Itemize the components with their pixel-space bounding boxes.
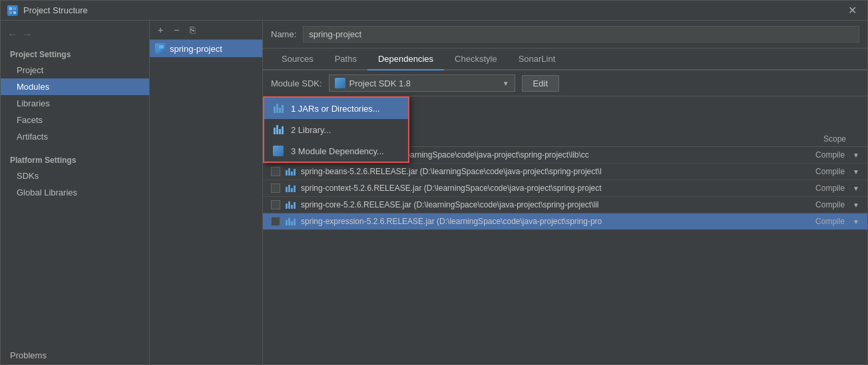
sidebar-item-artifacts[interactable]: Artifacts	[1, 128, 149, 145]
svg-rect-3	[13, 11, 16, 14]
dep-checkbox-1[interactable]	[271, 167, 280, 176]
jar-icon-4	[286, 218, 296, 225]
dep-scope-arrow-0[interactable]: ▼	[853, 152, 859, 159]
tab-dependencies[interactable]: Dependencies	[367, 49, 444, 70]
project-structure-window: Project Structure ✕ ← → Project Settings…	[0, 0, 868, 365]
module-toolbar: + − ⎘	[150, 21, 262, 40]
dep-checkbox-3[interactable]	[271, 200, 280, 209]
svg-rect-2	[9, 11, 12, 14]
dep-table: Scope commons-logging-1.1.jar (D:\learni…	[263, 132, 867, 364]
table-row: spring-core-5.2.6.RELEASE.jar (D:\learni…	[263, 197, 867, 213]
add-jars-label: 1 JARs or Directories...	[291, 104, 380, 114]
dep-scope-1: Compile	[815, 167, 847, 176]
right-panel: Name: Sources Paths Dependencies Checkst…	[263, 21, 867, 364]
project-settings-label: Project Settings	[1, 46, 149, 62]
tab-paths[interactable]: Paths	[324, 49, 367, 70]
name-row: Name:	[263, 21, 867, 49]
sidebar-item-sdks[interactable]: SDKs	[1, 168, 149, 184]
dep-name-4: spring-expression-5.2.6.RELEASE.jar (D:\…	[301, 217, 810, 226]
forward-button[interactable]: →	[22, 29, 33, 41]
dep-scope-0: Compile	[815, 150, 847, 160]
table-row: spring-expression-5.2.6.RELEASE.jar (D:\…	[263, 213, 867, 230]
name-label: Name:	[271, 29, 296, 39]
sdk-value: Project SDK 1.8	[349, 78, 411, 88]
nav-buttons: ← →	[1, 26, 149, 46]
sidebar-item-modules[interactable]: Modules	[1, 78, 149, 95]
table-row: spring-context-5.2.6.RELEASE.jar (D:\lea…	[263, 180, 867, 197]
module-panel: + − ⎘ spring-project	[150, 21, 263, 364]
table-row: spring-beans-5.2.6.RELEASE.jar (D:\learn…	[263, 164, 867, 180]
sdk-label: Module SDK:	[271, 78, 322, 88]
dep-scope-3: Compile	[815, 200, 847, 209]
sidebar-item-problems[interactable]: Problems	[1, 346, 149, 364]
add-library-label: 2 Library...	[291, 125, 331, 135]
tab-checkstyle[interactable]: Checkstyle	[444, 49, 508, 70]
title-bar-left: Project Structure	[7, 5, 88, 16]
sdk-row: Module SDK: Project SDK 1.8 ▼ Edit	[263, 70, 867, 96]
edit-sdk-button[interactable]: Edit	[522, 75, 559, 92]
dep-scope-arrow-4[interactable]: ▼	[853, 218, 859, 225]
dep-checkbox-4[interactable]	[271, 217, 280, 226]
library-icon	[272, 124, 284, 136]
dep-scope-4: Compile	[815, 217, 847, 226]
add-module-dep-label: 3 Module Dependency...	[291, 146, 384, 156]
module-name: spring-project	[170, 44, 222, 54]
dep-toolbar-container: + − ▲ ▼ ✎	[263, 96, 867, 132]
dropdown-area: 1 JARs or Directories...	[263, 119, 867, 132]
dep-name-2: spring-context-5.2.6.RELEASE.jar (D:\lea…	[301, 183, 810, 193]
sidebar: ← → Project Settings Project Modules Lib…	[1, 21, 150, 364]
jar-icon-3	[286, 201, 296, 209]
add-module-button[interactable]: +	[154, 23, 167, 37]
window-title: Project Structure	[23, 5, 88, 15]
dep-scope-arrow-3[interactable]: ▼	[853, 201, 859, 209]
svg-rect-1	[13, 7, 16, 10]
sidebar-item-libraries[interactable]: Libraries	[1, 95, 149, 112]
back-button[interactable]: ←	[7, 29, 18, 41]
dep-scope-arrow-1[interactable]: ▼	[853, 168, 859, 176]
name-input[interactable]	[303, 26, 859, 43]
platform-settings-label: Platform Settings	[1, 152, 149, 168]
module-item-spring-project[interactable]: spring-project	[150, 40, 262, 57]
app-icon	[7, 5, 18, 16]
jar-icon-1	[286, 168, 296, 176]
add-jars-option[interactable]: 1 JARs or Directories...	[264, 98, 408, 119]
sdk-select[interactable]: Project SDK 1.8 ▼	[329, 74, 515, 92]
tabs-row: Sources Paths Dependencies Checkstyle So…	[263, 49, 867, 70]
sidebar-item-facets[interactable]: Facets	[1, 112, 149, 128]
module-dep-icon	[272, 145, 284, 157]
dep-name-1: spring-beans-5.2.6.RELEASE.jar (D:\learn…	[301, 167, 810, 176]
copy-module-button[interactable]: ⎘	[186, 23, 199, 37]
jars-icon	[272, 102, 284, 114]
remove-module-button[interactable]: −	[170, 23, 183, 37]
dep-scope-2: Compile	[815, 183, 847, 193]
sdk-dropdown-arrow-icon: ▼	[503, 80, 509, 87]
svg-rect-5	[159, 45, 164, 49]
tab-sonarlint[interactable]: SonarLint	[508, 49, 566, 70]
module-icon	[155, 43, 166, 54]
sidebar-item-project[interactable]: Project	[1, 62, 149, 78]
add-module-dep-option[interactable]: 3 Module Dependency...	[264, 140, 408, 162]
close-button[interactable]: ✕	[844, 3, 861, 18]
title-bar: Project Structure ✕	[1, 1, 867, 21]
dep-checkbox-2[interactable]	[271, 183, 280, 193]
scope-header: Scope	[823, 134, 859, 144]
tab-sources[interactable]: Sources	[271, 49, 324, 70]
sdk-icon	[335, 78, 345, 88]
add-dep-dropdown: 1 JARs or Directories...	[263, 96, 409, 163]
dep-rows: commons-logging-1.1.jar (D:\learningSpac…	[263, 147, 867, 364]
dep-scope-arrow-2[interactable]: ▼	[853, 185, 859, 192]
jar-icon-2	[286, 185, 296, 192]
main-content: ← → Project Settings Project Modules Lib…	[1, 21, 867, 364]
add-library-option[interactable]: 2 Library...	[264, 119, 408, 140]
dep-name-3: spring-core-5.2.6.RELEASE.jar (D:\learni…	[301, 200, 810, 209]
sidebar-item-global-libraries[interactable]: Global Libraries	[1, 184, 149, 201]
svg-rect-0	[9, 7, 12, 10]
